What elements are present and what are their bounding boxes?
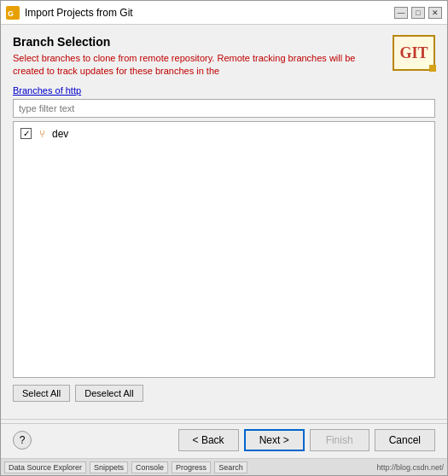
window-icon: G [6,6,20,20]
bottom-bar: ? < Back Next > Finish Cancel [1,423,447,458]
svg-text:G: G [8,9,14,18]
minimize-button[interactable]: — [394,7,408,19]
help-button[interactable]: ? [13,431,32,450]
select-buttons-group: Select All Deselect All [13,385,435,402]
close-button[interactable]: ✕ [428,7,442,19]
url-hint: http://blog.csdn.net/ [376,463,444,472]
taskbar-snippets[interactable]: Snippets [90,461,128,473]
taskbar-search[interactable]: Search [214,461,247,473]
page-title: Branch Selection [13,35,386,49]
taskbar: Data Source Explorer Snippets Console Pr… [1,458,447,475]
header-text: Branch Selection Select branches to clon… [13,35,386,78]
select-all-button[interactable]: Select All [13,385,70,402]
main-window: G Import Projects from Git — □ ✕ Branch … [0,0,448,476]
header-section: Branch Selection Select branches to clon… [13,35,435,78]
taskbar-progress[interactable]: Progress [172,461,211,473]
window-controls: — □ ✕ [394,7,442,19]
cancel-button[interactable]: Cancel [375,429,435,451]
taskbar-console[interactable]: Console [131,461,168,473]
git-branch-icon: ⑂ [35,127,49,141]
branch-checkbox-dev[interactable] [20,128,32,139]
maximize-button[interactable]: □ [411,7,425,19]
deselect-all-button[interactable]: Deselect All [75,385,143,402]
filter-input[interactable] [13,99,435,118]
branch-name-dev: dev [52,128,68,140]
window-title: Import Projects from Git [25,7,394,19]
list-item: ⑂ dev [17,125,431,142]
back-button[interactable]: < Back [178,429,239,451]
nav-buttons-group: < Back Next > Finish Cancel [178,429,435,451]
taskbar-datasource[interactable]: Data Source Explorer [4,461,86,473]
title-bar: G Import Projects from Git — □ ✕ [1,1,447,25]
header-description: Select branches to clone from remote rep… [13,52,386,78]
finish-button[interactable]: Finish [310,429,369,451]
next-button[interactable]: Next > [244,429,305,451]
content-area: Branch Selection Select branches to clon… [1,25,447,415]
git-logo: GIT [393,35,435,71]
branches-label: Branches of http [13,85,435,96]
branch-list: ⑂ dev [13,121,435,378]
separator [1,419,447,420]
